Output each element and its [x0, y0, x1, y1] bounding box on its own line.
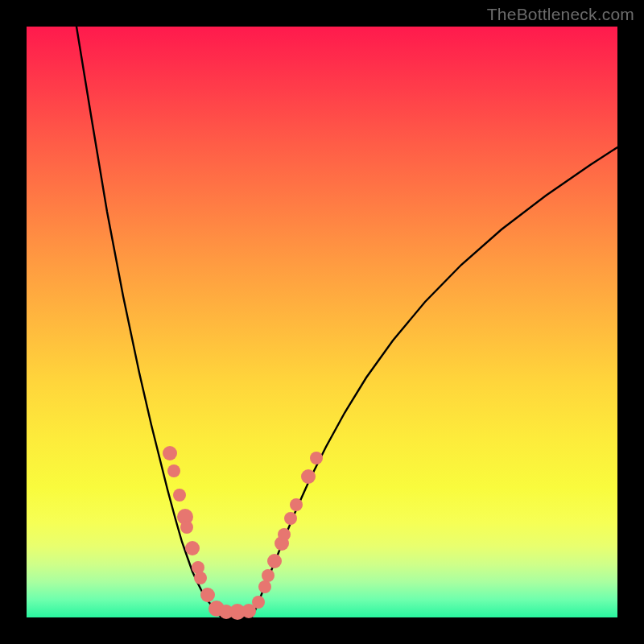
outer-frame: TheBottleneck.com [0, 0, 644, 644]
data-dots [163, 446, 323, 620]
data-dot [262, 569, 275, 582]
data-dot [290, 498, 303, 511]
curve-svg [27, 27, 617, 617]
data-dot [310, 452, 323, 464]
data-dot [267, 554, 282, 568]
data-dot [180, 521, 193, 534]
watermark-text: TheBottleneck.com [487, 5, 634, 24]
data-dot [200, 588, 215, 602]
data-dot [252, 596, 265, 609]
data-dot [278, 528, 291, 541]
data-dot [258, 580, 271, 593]
v-curve [76, 27, 617, 617]
data-dot [301, 469, 316, 484]
data-dot [167, 464, 180, 477]
data-dot [284, 512, 297, 525]
plot-area [27, 27, 617, 617]
data-dot [163, 446, 177, 460]
data-dot [185, 541, 200, 555]
data-dot [194, 572, 207, 584]
data-dot [173, 489, 186, 502]
